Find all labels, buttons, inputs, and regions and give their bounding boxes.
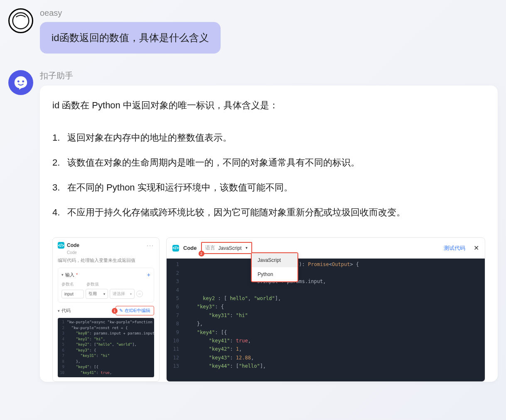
svg-point-2 [22,81,24,83]
list-item: 3.在不同的 Python 实现和运行环境中，该数值可能不同。 [52,179,485,196]
input-section: ▾ 输入 * + 参数名 参数值 input [58,268,154,303]
dropdown-item-python[interactable]: Python [252,267,297,281]
caret-down-icon: ▼ [245,246,248,250]
ref-select[interactable]: 引用▾ [86,289,108,299]
bot-list: 1.返回对象在内存中的地址的整数值表示。 2.该数值在对象的生命周期内是唯一的，… [52,129,485,221]
user-message: oeasy id函数返回的数值，具体是什么含义 [8,8,498,54]
code-icon: </> [172,245,179,252]
editor-title: Code [183,245,197,251]
bot-name: 扣子助手 [40,70,498,81]
chevron-down-icon[interactable]: ▾ [61,273,64,277]
bot-bubble: id 函数在 Python 中返回对象的唯一标识，具体含义是： 1.返回对象在内… [40,85,498,382]
language-selector[interactable]: 2 语言 JavaScript ▼ [201,242,253,254]
chevron-down-icon[interactable]: ▾ [58,309,60,313]
code-icon: </> [58,242,64,249]
code-editor-panel: </> Code 2 语言 JavaScript ▼ 测试代码 [166,237,485,382]
more-icon[interactable]: ··· [147,242,154,249]
panel-subtitle: Code [67,250,154,255]
remove-input-button[interactable]: − [136,291,143,297]
language-dropdown: JavaScript Python [251,252,298,282]
dropdown-item-javascript[interactable]: JavaScript [252,253,297,267]
panel-description: 编写代码，处理输入变量来生成返回值 [58,257,154,264]
test-code-button[interactable]: 测试代码 [444,244,465,252]
panel-title: </> Code [58,242,79,249]
svg-point-1 [17,81,20,83]
code-editor[interactable]: 1 params }: Args): Promise<Output> {23 s… [167,259,485,381]
param-name-input[interactable]: input [61,290,84,298]
list-item: 1.返回对象在内存中的地址的整数值表示。 [52,129,485,147]
code-preview: 1"kw-purple">async "kw-purple">function … [58,318,154,377]
edit-in-ide-button[interactable]: 1 ✎ 在IDE中编辑 [115,306,154,315]
user-avatar [8,8,33,33]
list-item: 4.不应用于持久化存储或跨环境比较，因为它可能随对象重新分配或垃圾回收而改变。 [52,204,485,221]
value-select[interactable]: 请选择▾ [110,289,135,299]
code-section: ▾ 代码 1 ✎ 在IDE中编辑 1"kw-purple">async "kw-… [58,306,154,377]
add-input-button[interactable]: + [147,271,150,278]
step-badge-1: 1 [112,308,118,314]
user-name: oeasy [40,8,498,18]
bot-message: 扣子助手 id 函数在 Python 中返回对象的唯一标识，具体含义是： 1.返… [8,70,498,382]
step-badge-2: 2 [199,251,204,256]
edit-icon: ✎ [119,308,123,313]
close-button[interactable]: ✕ [474,244,479,252]
list-item: 2.该数值在对象的生命周期内是唯一的，不同的对象通常具有不同的标识。 [52,154,485,171]
bot-intro: id 函数在 Python 中返回对象的唯一标识，具体含义是： [52,98,485,112]
bot-avatar [8,70,33,95]
code-node-panel: </> Code ··· Code 编写代码，处理输入变量来生成返回值 ▾ [52,237,160,382]
user-bubble: id函数返回的数值，具体是什么含义 [40,22,221,54]
